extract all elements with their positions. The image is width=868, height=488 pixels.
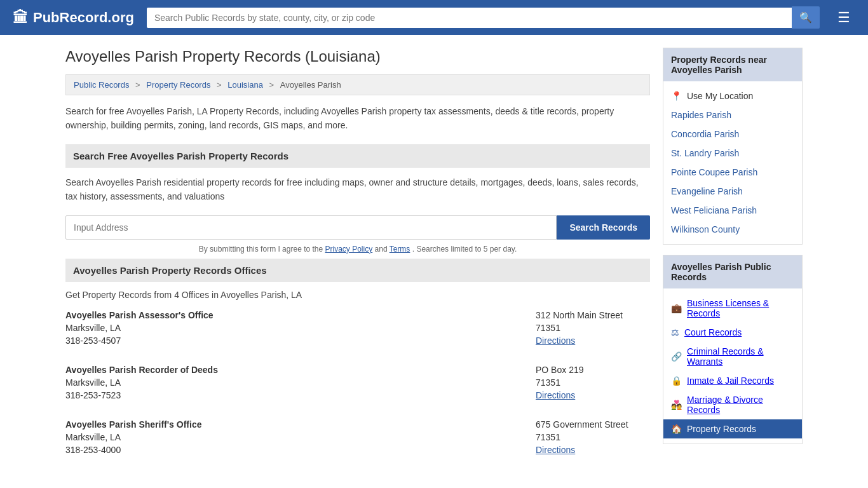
criminal-records-link[interactable]: Criminal Records & Warrants	[687, 346, 794, 367]
court-records-link[interactable]: Court Records	[684, 327, 742, 337]
search-section-header: Search Free Avoyelles Parish Property Re…	[65, 144, 650, 168]
evangeline-link[interactable]: Evangeline Parish	[671, 186, 743, 196]
logo-text: PubRecord.org	[33, 10, 134, 26]
nearby-records-box: Property Records near Avoyelles Parish 📍…	[663, 48, 803, 245]
office-zip-3: 71351	[536, 432, 650, 442]
directions-link-1[interactable]: Directions	[536, 336, 575, 346]
office-name-3: Avoyelles Parish Sheriff's Office	[65, 419, 536, 430]
terms-link[interactable]: Terms	[390, 245, 410, 254]
sidebar-item-pointe-coupee[interactable]: Pointe Coupee Parish	[663, 163, 802, 182]
office-zip-2: 71351	[536, 377, 650, 388]
office-left-3: Avoyelles Parish Sheriff's Office Marksv…	[65, 419, 536, 455]
sidebar-marriage-records[interactable]: 💑 Marriage & Divorce Records	[663, 390, 802, 419]
marriage-records-link[interactable]: Marriage & Divorce Records	[687, 395, 794, 415]
house-icon: 🏠	[671, 424, 682, 434]
rings-icon: 💑	[671, 400, 682, 410]
office-entry-3: Avoyelles Parish Sheriff's Office Marksv…	[65, 419, 650, 459]
hamburger-icon: ☰	[837, 10, 850, 25]
lock-icon: 🔒	[671, 376, 682, 386]
page-description: Search for free Avoyelles Parish, LA Pro…	[65, 104, 650, 133]
location-pin-icon: 📍	[671, 91, 682, 101]
office-left-1: Avoyelles Parish Assessor's Office Marks…	[65, 310, 536, 346]
breadcrumb-louisiana[interactable]: Louisiana	[227, 80, 263, 90]
sidebar-item-west-feliciana[interactable]: West Feliciana Parish	[663, 201, 802, 220]
breadcrumb-sep-3: >	[269, 80, 276, 90]
pointe-coupee-link[interactable]: Pointe Coupee Parish	[671, 167, 757, 177]
site-header: 🏛 PubRecord.org 🔍 ☰	[0, 0, 868, 35]
breadcrumb-current: Avoyelles Parish	[280, 80, 341, 90]
office-address-1: 312 North Main Street	[536, 310, 650, 320]
public-records-content: 💼 Business Licenses & Records ⚖ Court Re…	[663, 288, 802, 444]
sidebar-item-concordia[interactable]: Concordia Parish	[663, 125, 802, 144]
address-search-form: Search Records By submitting this form I…	[65, 215, 650, 254]
sidebar-criminal-records[interactable]: 🔗 Criminal Records & Warrants	[663, 342, 802, 371]
office-city-3: Marksville, LA	[65, 432, 536, 442]
briefcase-icon: 💼	[671, 303, 682, 313]
office-address-2: PO Box 219	[536, 365, 650, 375]
breadcrumb-sep-2: >	[217, 80, 224, 90]
west-feliciana-link[interactable]: West Feliciana Parish	[671, 205, 757, 215]
business-licenses-link[interactable]: Business Licenses & Records	[687, 298, 794, 318]
concordia-link[interactable]: Concordia Parish	[671, 129, 739, 139]
breadcrumb-sep-1: >	[135, 80, 142, 90]
sidebar-business-licenses[interactable]: 💼 Business Licenses & Records	[663, 294, 802, 323]
office-right-2: PO Box 219 71351 Directions	[536, 365, 650, 400]
rapides-link[interactable]: Rapides Parish	[671, 110, 731, 120]
directions-link-2[interactable]: Directions	[536, 390, 575, 400]
address-input[interactable]	[65, 215, 557, 240]
public-records-header: Avoyelles Parish Public Records	[663, 255, 802, 288]
office-city-2: Marksville, LA	[65, 377, 536, 388]
use-my-location-item[interactable]: 📍 Use My Location	[663, 86, 802, 105]
menu-button[interactable]: ☰	[832, 7, 855, 29]
sidebar-court-records[interactable]: ⚖ Court Records	[663, 323, 802, 342]
office-address-3: 675 Government Street	[536, 419, 650, 430]
office-name-1: Avoyelles Parish Assessor's Office	[65, 310, 536, 320]
search-form-row: Search Records	[65, 215, 650, 240]
page-title: Avoyelles Parish Property Records (Louis…	[65, 48, 650, 65]
office-name-2: Avoyelles Parish Recorder of Deeds	[65, 365, 536, 375]
office-right-3: 675 Government Street 71351 Directions	[536, 419, 650, 455]
search-description: Search Avoyelles Parish residential prop…	[65, 175, 650, 204]
breadcrumb-public-records[interactable]: Public Records	[74, 80, 129, 90]
building-icon: 🏛	[13, 9, 28, 27]
offices-section-header: Avoyelles Parish Property Records Office…	[65, 259, 650, 282]
office-phone-1: 318-253-4507	[65, 336, 536, 346]
header-search-input[interactable]	[147, 8, 792, 28]
office-entry-1: Avoyelles Parish Assessor's Office Marks…	[65, 310, 650, 349]
site-logo[interactable]: 🏛 PubRecord.org	[13, 9, 134, 27]
form-disclaimer: By submitting this form I agree to the P…	[65, 245, 650, 254]
sidebar-item-rapides[interactable]: Rapides Parish	[663, 105, 802, 125]
search-icon: 🔍	[799, 12, 812, 23]
breadcrumb-property-records[interactable]: Property Records	[146, 80, 210, 90]
office-zip-1: 71351	[536, 323, 650, 333]
sidebar-item-evangeline[interactable]: Evangeline Parish	[663, 182, 802, 201]
sidebar-item-st-landry[interactable]: St. Landry Parish	[663, 144, 802, 163]
scales-icon: ⚖	[671, 327, 679, 337]
inmate-records-link[interactable]: Inmate & Jail Records	[687, 376, 774, 386]
nearby-records-header: Property Records near Avoyelles Parish	[663, 48, 802, 81]
main-content: Avoyelles Parish Property Records (Louis…	[65, 48, 650, 474]
use-location-label: Use My Location	[687, 91, 753, 101]
st-landry-link[interactable]: St. Landry Parish	[671, 148, 739, 158]
sidebar-property-records[interactable]: 🏠 Property Records	[663, 419, 802, 438]
privacy-policy-link[interactable]: Privacy Policy	[325, 245, 373, 254]
sidebar-item-wilkinson[interactable]: Wilkinson County	[663, 220, 802, 239]
header-search-button[interactable]: 🔍	[792, 6, 820, 29]
property-records-label: Property Records	[687, 424, 756, 434]
directions-link-3[interactable]: Directions	[536, 445, 575, 455]
offices-description: Get Property Records from 4 Offices in A…	[65, 290, 650, 300]
office-entry-2: Avoyelles Parish Recorder of Deeds Marks…	[65, 365, 650, 404]
office-right-1: 312 North Main Street 71351 Directions	[536, 310, 650, 346]
office-phone-2: 318-253-7523	[65, 390, 536, 400]
office-city-1: Marksville, LA	[65, 323, 536, 333]
breadcrumb: Public Records > Property Records > Loui…	[65, 74, 650, 95]
link-icon: 🔗	[671, 351, 682, 362]
search-records-button[interactable]: Search Records	[557, 215, 650, 240]
header-search-bar: 🔍	[147, 6, 820, 29]
sidebar: Property Records near Avoyelles Parish 📍…	[663, 48, 803, 474]
wilkinson-link[interactable]: Wilkinson County	[671, 224, 740, 234]
office-left-2: Avoyelles Parish Recorder of Deeds Marks…	[65, 365, 536, 400]
sidebar-inmate-records[interactable]: 🔒 Inmate & Jail Records	[663, 371, 802, 390]
office-phone-3: 318-253-4000	[65, 445, 536, 455]
main-container: Avoyelles Parish Property Records (Louis…	[53, 35, 815, 487]
